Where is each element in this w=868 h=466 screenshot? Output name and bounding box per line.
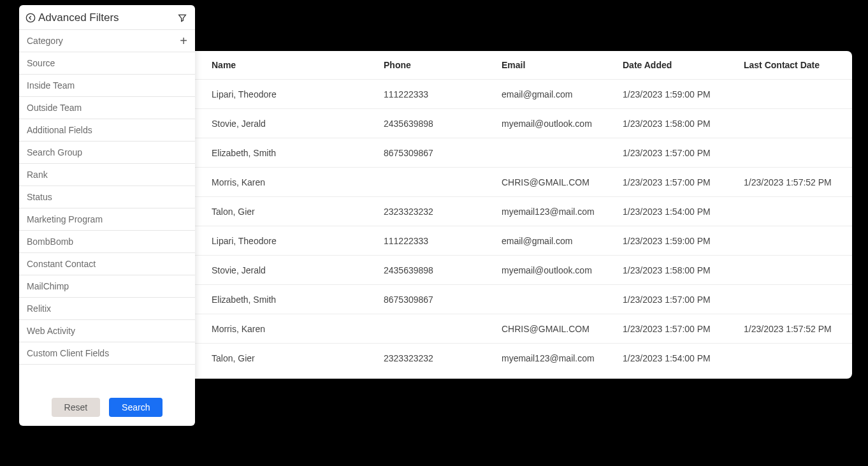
cell-phone: 111222333 <box>384 89 502 99</box>
filter-row[interactable]: Additional Fields <box>19 119 195 141</box>
table-row[interactable]: TLipari, Theodore111222333email@gmail.co… <box>161 79 852 108</box>
cell-last-contact: 1/23/2023 1:57:52 PM <box>744 324 842 334</box>
cell-date-added: 1/23/2023 1:54:00 PM <box>623 207 744 217</box>
reset-button[interactable]: Reset <box>52 398 101 417</box>
cell-name: Lipari, Theodore <box>205 89 384 99</box>
sidebar-footer: Reset Search <box>19 391 195 426</box>
filter-label: Status <box>27 192 187 202</box>
filter-row[interactable]: Search Group <box>19 141 195 163</box>
cell-name: Morris, Karen <box>205 324 384 334</box>
table-row[interactable]: TLipari, Theodore111222333email@gmail.co… <box>161 226 852 255</box>
filter-row[interactable]: BombBomb <box>19 230 195 252</box>
filter-row[interactable]: Inside Team <box>19 74 195 96</box>
filter-row[interactable]: Web Activity <box>19 319 195 342</box>
filter-row[interactable]: Status <box>19 186 195 208</box>
cell-date-added: 1/23/2023 1:57:00 PM <box>623 148 744 158</box>
cell-date-added: 1/23/2023 1:57:00 PM <box>623 177 744 187</box>
cell-name: Stovie, Jerald <box>205 119 384 129</box>
cell-name: Lipari, Theodore <box>205 236 384 246</box>
table-header-row: Name Phone Email Date Added Last Contact… <box>161 51 852 79</box>
filter-label: Source <box>27 58 187 68</box>
cell-name: Elizabeth, Smith <box>205 148 384 158</box>
filter-row[interactable]: Rank <box>19 163 195 186</box>
cell-name: Talon, Gier <box>205 207 384 217</box>
filter-label: Relitix <box>27 303 187 314</box>
cell-phone: 8675309867 <box>384 148 502 158</box>
funnel-icon[interactable] <box>177 13 187 23</box>
cell-phone: 2435639898 <box>384 119 502 129</box>
filter-label: Category <box>27 36 180 46</box>
filter-row[interactable]: Relitix <box>19 297 195 319</box>
cell-name: Stovie, Jerald <box>205 265 384 275</box>
cell-email: email@gmail.com <box>502 236 623 246</box>
col-last-contact[interactable]: Last Contact Date <box>744 60 842 70</box>
table-row[interactable]: GTalon, Gier2323323232myemail123@mail.co… <box>161 343 852 372</box>
filter-row[interactable]: Custom Client Fields <box>19 342 195 365</box>
cell-name: Elizabeth, Smith <box>205 295 384 305</box>
plus-icon[interactable]: + <box>180 36 187 45</box>
table-row[interactable]: GTalon, Gier2323323232myemail123@mail.co… <box>161 196 852 226</box>
filter-row[interactable]: Category+ <box>19 29 195 52</box>
table-row[interactable]: KMorris, KarenCHRIS@GMAIL.COM1/23/2023 1… <box>161 167 852 196</box>
table-row[interactable]: KMorris, KarenCHRIS@GMAIL.COM1/23/2023 1… <box>161 314 852 343</box>
sidebar-title: Advanced Filters <box>38 11 177 24</box>
cell-email: myemail123@mail.com <box>502 353 623 363</box>
filter-label: Marketing Program <box>27 214 187 224</box>
cell-date-added: 1/23/2023 1:58:00 PM <box>623 265 744 275</box>
cell-name: Talon, Gier <box>205 353 384 363</box>
filter-label: Constant Contact <box>27 259 187 269</box>
cell-date-added: 1/23/2023 1:58:00 PM <box>623 119 744 129</box>
col-name[interactable]: Name <box>205 60 384 70</box>
table-row[interactable]: SElizabeth, Smith86753098671/23/2023 1:5… <box>161 284 852 314</box>
filter-label: Inside Team <box>27 80 187 91</box>
chevron-left-circle-icon[interactable] <box>25 13 36 23</box>
cell-date-added: 1/23/2023 1:57:00 PM <box>623 295 744 305</box>
cell-date-added: 1/23/2023 1:59:00 PM <box>623 236 744 246</box>
filter-row[interactable]: Constant Contact <box>19 252 195 275</box>
cell-email: myemail@outlook.com <box>502 265 623 275</box>
sidebar-header: Advanced Filters <box>19 5 195 29</box>
cell-date-added: 1/23/2023 1:59:00 PM <box>623 89 744 99</box>
table-row[interactable]: JStovie, Jerald2435639898myemail@outlook… <box>161 108 852 138</box>
cell-phone: 2435639898 <box>384 265 502 275</box>
col-email[interactable]: Email <box>502 60 623 70</box>
filter-label: Additional Fields <box>27 125 187 135</box>
filter-row[interactable]: Outside Team <box>19 96 195 119</box>
cell-phone: 111222333 <box>384 236 502 246</box>
filter-row[interactable]: MailChimp <box>19 275 195 297</box>
table-row[interactable]: SElizabeth, Smith86753098671/23/2023 1:5… <box>161 138 852 167</box>
filter-label: MailChimp <box>27 281 187 291</box>
cell-email: myemail@outlook.com <box>502 119 623 129</box>
cell-email: CHRIS@GMAIL.COM <box>502 177 623 187</box>
col-phone[interactable]: Phone <box>384 60 502 70</box>
cell-date-added: 1/23/2023 1:54:00 PM <box>623 353 744 363</box>
col-date-added[interactable]: Date Added <box>623 60 744 70</box>
svg-point-0 <box>26 13 34 22</box>
cell-email: myemail123@mail.com <box>502 207 623 217</box>
filter-label: BombBomb <box>27 237 187 247</box>
cell-phone: 2323323232 <box>384 207 502 217</box>
filter-label: Rank <box>27 170 187 180</box>
contacts-panel: Name Phone Email Date Added Last Contact… <box>161 51 852 379</box>
filter-row[interactable]: Marketing Program <box>19 208 195 230</box>
cell-date-added: 1/23/2023 1:57:00 PM <box>623 324 744 334</box>
table-row[interactable]: JStovie, Jerald2435639898myemail@outlook… <box>161 255 852 284</box>
filter-label: Web Activity <box>27 326 187 336</box>
cell-email: email@gmail.com <box>502 89 623 99</box>
cell-last-contact: 1/23/2023 1:57:52 PM <box>744 177 842 187</box>
advanced-filters-panel: Advanced Filters Category+SourceInside T… <box>19 5 195 426</box>
filter-label: Search Group <box>27 147 187 157</box>
cell-phone: 8675309867 <box>384 295 502 305</box>
filter-label: Outside Team <box>27 103 187 113</box>
filter-label: Custom Client Fields <box>27 348 187 358</box>
cell-phone: 2323323232 <box>384 353 502 363</box>
cell-email: CHRIS@GMAIL.COM <box>502 324 623 334</box>
search-button[interactable]: Search <box>109 398 163 417</box>
filter-row[interactable]: Source <box>19 52 195 74</box>
cell-name: Morris, Karen <box>205 177 384 187</box>
